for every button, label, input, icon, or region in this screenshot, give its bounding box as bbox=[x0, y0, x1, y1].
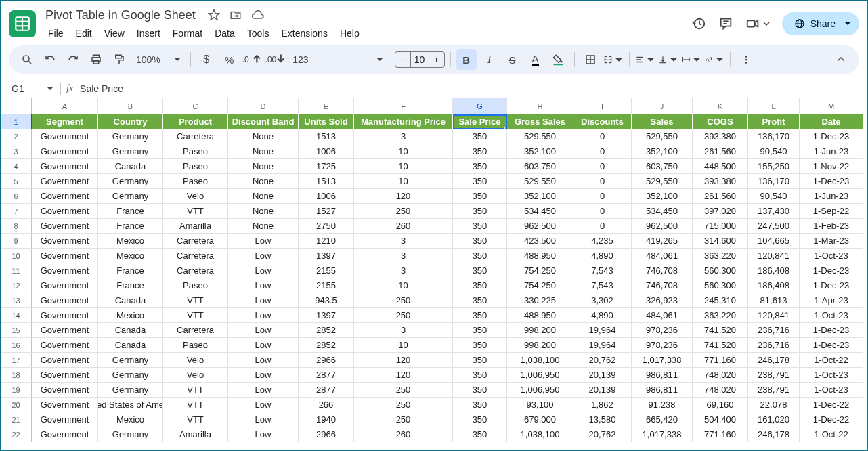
cell[interactable]: 488,950 bbox=[507, 308, 573, 323]
cell[interactable]: 350 bbox=[453, 189, 507, 204]
v-align-button[interactable] bbox=[658, 49, 678, 70]
cell[interactable]: 1-Dec-23 bbox=[800, 263, 863, 278]
rotate-button[interactable]: A bbox=[704, 49, 724, 70]
cell[interactable]: 397,020 bbox=[693, 204, 748, 219]
percent-icon[interactable]: % bbox=[219, 49, 240, 70]
row-header[interactable]: 4 bbox=[1, 159, 32, 174]
cell[interactable]: 4,235 bbox=[573, 234, 632, 249]
row-header[interactable]: 15 bbox=[1, 323, 32, 338]
cell[interactable]: 665,420 bbox=[632, 412, 693, 427]
cell[interactable]: Low bbox=[228, 368, 299, 383]
col-header[interactable]: G bbox=[453, 98, 507, 114]
cell[interactable]: Mexico bbox=[98, 234, 163, 249]
cell[interactable]: 1397 bbox=[299, 249, 354, 263]
cell[interactable]: 246,178 bbox=[748, 427, 800, 442]
cell[interactable]: Germany bbox=[98, 174, 163, 189]
cell[interactable]: 250 bbox=[354, 308, 453, 323]
cell[interactable]: Government bbox=[32, 338, 98, 353]
header-cell[interactable]: Segment bbox=[32, 114, 98, 129]
col-header[interactable]: J bbox=[632, 98, 693, 114]
cell[interactable]: 1-Oct-22 bbox=[800, 427, 863, 442]
cell[interactable]: 186,408 bbox=[748, 278, 800, 293]
cell[interactable]: 1527 bbox=[299, 204, 354, 219]
cell[interactable]: 363,220 bbox=[693, 308, 748, 323]
cell[interactable]: 352,100 bbox=[507, 144, 573, 159]
col-header[interactable]: K bbox=[693, 98, 748, 114]
cell[interactable]: 247,500 bbox=[748, 219, 800, 234]
cell[interactable]: 104,665 bbox=[748, 234, 800, 249]
cell[interactable]: 350 bbox=[453, 234, 507, 249]
cell[interactable]: Low bbox=[228, 323, 299, 338]
cell[interactable]: 0 bbox=[573, 219, 632, 234]
cell[interactable]: 10 bbox=[354, 338, 453, 353]
header-cell[interactable]: Product bbox=[163, 114, 228, 129]
row-header[interactable]: 13 bbox=[1, 293, 32, 308]
cell[interactable]: 10 bbox=[354, 144, 453, 159]
cell[interactable]: Velo bbox=[163, 368, 228, 383]
cell[interactable]: 1-Dec-23 bbox=[800, 323, 863, 338]
cell[interactable]: 978,236 bbox=[632, 323, 693, 338]
cell[interactable]: Government bbox=[32, 204, 98, 219]
doc-title[interactable]: Pivot Table in Google Sheet bbox=[43, 7, 198, 24]
cell[interactable]: Government bbox=[32, 323, 98, 338]
row-header[interactable]: 6 bbox=[1, 189, 32, 204]
cell[interactable]: 529,550 bbox=[507, 129, 573, 144]
cell[interactable]: 352,100 bbox=[632, 189, 693, 204]
cell[interactable]: 1-Jun-23 bbox=[800, 144, 863, 159]
cell[interactable]: 13,580 bbox=[573, 412, 632, 427]
cell[interactable]: 1-Dec-22 bbox=[800, 412, 863, 427]
cell[interactable]: 978,236 bbox=[632, 338, 693, 353]
cell[interactable]: Low bbox=[228, 338, 299, 353]
cell[interactable]: 330,225 bbox=[507, 293, 573, 308]
menu-view[interactable]: View bbox=[99, 25, 130, 41]
cell[interactable]: Germany bbox=[98, 383, 163, 398]
cell[interactable]: 3,302 bbox=[573, 293, 632, 308]
merge-button[interactable] bbox=[603, 49, 624, 70]
cell[interactable]: Government bbox=[32, 129, 98, 144]
row-header[interactable]: 14 bbox=[1, 308, 32, 323]
header-cell[interactable]: Discount Band bbox=[228, 114, 299, 129]
number-format-select[interactable]: 123 bbox=[288, 54, 383, 65]
col-header[interactable]: D bbox=[228, 98, 299, 114]
row-header[interactable]: 19 bbox=[1, 383, 32, 398]
cell[interactable]: None bbox=[228, 189, 299, 204]
font-size-increase[interactable]: + bbox=[429, 54, 444, 65]
cell[interactable]: 1-Dec-23 bbox=[800, 174, 863, 189]
cell[interactable]: Carretera bbox=[163, 234, 228, 249]
cell[interactable]: Germany bbox=[98, 129, 163, 144]
cell[interactable]: 560,300 bbox=[693, 263, 748, 278]
cell[interactable]: 120,841 bbox=[748, 249, 800, 263]
cell[interactable]: 3 bbox=[354, 234, 453, 249]
cell[interactable]: ed States of Ame bbox=[98, 398, 163, 412]
cell[interactable]: 754,250 bbox=[507, 263, 573, 278]
cell[interactable]: 1940 bbox=[299, 412, 354, 427]
cell[interactable]: Paseo bbox=[163, 144, 228, 159]
cell[interactable]: 1-Dec-23 bbox=[800, 278, 863, 293]
cell[interactable]: 754,250 bbox=[507, 278, 573, 293]
cell[interactable]: 20,139 bbox=[573, 383, 632, 398]
cell[interactable]: France bbox=[98, 263, 163, 278]
cell[interactable]: 314,600 bbox=[693, 234, 748, 249]
h-align-button[interactable] bbox=[635, 49, 655, 70]
font-size-decrease[interactable]: − bbox=[395, 54, 410, 65]
cell[interactable]: 748,020 bbox=[693, 383, 748, 398]
redo-icon[interactable] bbox=[63, 49, 83, 70]
font-size-input[interactable]: 10 bbox=[410, 52, 429, 67]
menu-extensions[interactable]: Extensions bbox=[276, 25, 332, 41]
cell[interactable]: 352,100 bbox=[507, 189, 573, 204]
name-box[interactable]: G1 bbox=[5, 83, 58, 94]
cell[interactable]: 161,020 bbox=[748, 412, 800, 427]
cell[interactable]: Government bbox=[32, 159, 98, 174]
cell[interactable]: Canada bbox=[98, 293, 163, 308]
cell[interactable]: 120 bbox=[354, 353, 453, 368]
cell[interactable]: 741,520 bbox=[693, 323, 748, 338]
zoom-select[interactable]: 100% bbox=[132, 54, 185, 65]
cell[interactable]: 2155 bbox=[299, 278, 354, 293]
cell[interactable]: 484,061 bbox=[632, 249, 693, 263]
cell[interactable]: Paseo bbox=[163, 278, 228, 293]
cell[interactable]: Low bbox=[228, 293, 299, 308]
cell[interactable]: 22,078 bbox=[748, 398, 800, 412]
cell[interactable]: Germany bbox=[98, 353, 163, 368]
col-header[interactable]: C bbox=[163, 98, 228, 114]
cell[interactable]: Velo bbox=[163, 189, 228, 204]
